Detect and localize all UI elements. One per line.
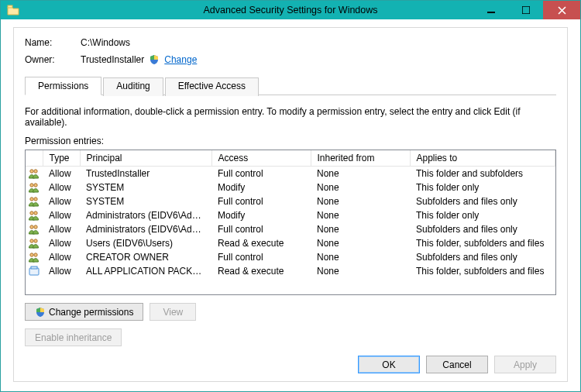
table-row[interactable]: AllowALL APPLICATION PACKAGESRead & exec…	[26, 264, 555, 278]
cell-access: Full control	[211, 194, 311, 208]
svg-rect-1	[487, 12, 495, 13]
cell-principal: CREATOR OWNER	[80, 250, 211, 264]
table-row[interactable]: AllowAdministrators (EIDV6\Admin...Full …	[26, 222, 555, 236]
maximize-button[interactable]	[508, 1, 543, 19]
apply-button: Apply	[494, 356, 556, 373]
table-row[interactable]: AllowAdministrators (EIDV6\Admin...Modif…	[26, 208, 555, 222]
cell-inherited: None	[311, 167, 410, 181]
svg-point-14	[34, 239, 37, 242]
cell-principal: ALL APPLICATION PACKAGES	[80, 264, 211, 278]
change-permissions-label: Change permissions	[49, 307, 133, 318]
enable-inheritance-button: Enable inheritance	[25, 328, 122, 346]
cell-applies: Subfolders and files only	[410, 222, 555, 236]
owner-row: Owner: TrustedInstaller Change	[25, 54, 556, 65]
view-button: View	[150, 303, 196, 321]
cell-type: Allow	[43, 208, 80, 222]
group-icon	[28, 167, 40, 180]
dialog-footer: OK Cancel Apply	[25, 356, 556, 373]
cell-type: Allow	[43, 236, 80, 250]
col-icon[interactable]	[26, 150, 43, 167]
main-panel: Name: C:\Windows Owner: TrustedInstaller…	[13, 27, 568, 382]
security-settings-window: Advanced Security Settings for Windows N…	[0, 0, 581, 392]
svg-point-13	[30, 239, 33, 242]
cell-access: Modify	[211, 181, 311, 194]
package-icon	[28, 265, 40, 277]
cell-principal: Administrators (EIDV6\Admin...	[80, 208, 211, 222]
cell-access: Full control	[211, 167, 311, 181]
svg-rect-0	[8, 5, 12, 8]
svg-point-10	[34, 211, 37, 215]
titlebar[interactable]: Advanced Security Settings for Windows	[1, 1, 580, 19]
tab-permissions[interactable]: Permissions	[25, 77, 101, 95]
svg-point-9	[30, 211, 33, 215]
svg-point-4	[34, 170, 37, 173]
cell-inherited: None	[311, 236, 410, 250]
col-inherited[interactable]: Inherited from	[311, 150, 410, 167]
tab-auditing[interactable]: Auditing	[103, 77, 163, 96]
name-row: Name: C:\Windows	[25, 37, 556, 48]
cell-type: Allow	[43, 250, 80, 264]
col-access[interactable]: Access	[211, 150, 311, 167]
group-icon	[28, 251, 40, 263]
svg-point-6	[34, 184, 37, 187]
cell-inherited: None	[311, 222, 410, 236]
col-type[interactable]: Type	[43, 150, 80, 167]
table-row[interactable]: AllowCREATOR OWNERFull controlNoneSubfol…	[26, 250, 555, 264]
change-owner-link[interactable]: Change	[164, 54, 197, 65]
cell-principal: TrustedInstaller	[80, 167, 211, 181]
svg-rect-2	[522, 6, 530, 14]
svg-point-3	[30, 170, 33, 173]
cell-type: Allow	[43, 167, 80, 181]
maximize-icon	[522, 6, 530, 14]
owner-value: TrustedInstaller	[81, 54, 144, 65]
uac-shield-icon	[149, 54, 160, 65]
svg-point-11	[30, 225, 33, 229]
tab-effective-access[interactable]: Effective Access	[165, 77, 259, 96]
cell-type: Allow	[43, 264, 80, 278]
ok-button[interactable]: OK	[358, 356, 420, 373]
minimize-icon	[487, 6, 495, 14]
table-row[interactable]: AllowUsers (EIDV6\Users)Read & executeNo…	[26, 236, 555, 250]
cell-type: Allow	[43, 181, 80, 194]
cell-applies: This folder, subfolders and files	[410, 236, 555, 250]
close-button[interactable]	[543, 1, 580, 19]
tab-strip: Permissions Auditing Effective Access	[25, 76, 556, 95]
uac-shield-icon	[35, 307, 46, 318]
svg-point-8	[34, 198, 37, 201]
cell-applies: This folder, subfolders and files	[410, 264, 555, 278]
cell-access: Read & execute	[211, 236, 311, 250]
svg-point-16	[34, 253, 37, 256]
cell-applies: This folder only	[410, 181, 555, 194]
col-principal[interactable]: Principal	[80, 150, 211, 167]
entries-label: Permission entries:	[25, 136, 556, 146]
close-icon	[558, 6, 566, 15]
svg-rect-18	[31, 266, 37, 269]
change-permissions-button[interactable]: Change permissions	[25, 303, 143, 321]
minimize-button[interactable]	[473, 1, 508, 19]
svg-point-7	[30, 198, 33, 201]
cell-inherited: None	[311, 250, 410, 264]
table-row[interactable]: AllowSYSTEMModifyNoneThis folder only	[26, 181, 555, 194]
group-icon	[28, 223, 40, 236]
permissions-table: Type Principal Access Inherited from App…	[25, 150, 556, 295]
table-row[interactable]: AllowSYSTEMFull controlNoneSubfolders an…	[26, 194, 555, 208]
table-row[interactable]: AllowTrustedInstallerFull controlNoneThi…	[26, 167, 555, 181]
cell-type: Allow	[43, 194, 80, 208]
cell-access: Full control	[211, 222, 311, 236]
group-icon	[28, 181, 40, 194]
group-icon	[28, 195, 40, 208]
cell-principal: SYSTEM	[80, 194, 211, 208]
cell-applies: This folder and subfolders	[410, 167, 555, 181]
cell-applies: Subfolders and files only	[410, 250, 555, 264]
cell-inherited: None	[311, 181, 410, 194]
cell-principal: Administrators (EIDV6\Admin...	[80, 222, 211, 236]
col-applies[interactable]: Applies to	[410, 150, 555, 167]
info-text: For additional information, double-click…	[25, 106, 556, 128]
folder-icon	[7, 5, 19, 15]
group-icon	[28, 209, 40, 222]
cell-access: Read & execute	[211, 264, 311, 278]
content-area: Name: C:\Windows Owner: TrustedInstaller…	[1, 19, 580, 391]
window-controls	[473, 1, 580, 19]
svg-point-15	[30, 253, 33, 256]
cancel-button[interactable]: Cancel	[426, 356, 488, 373]
